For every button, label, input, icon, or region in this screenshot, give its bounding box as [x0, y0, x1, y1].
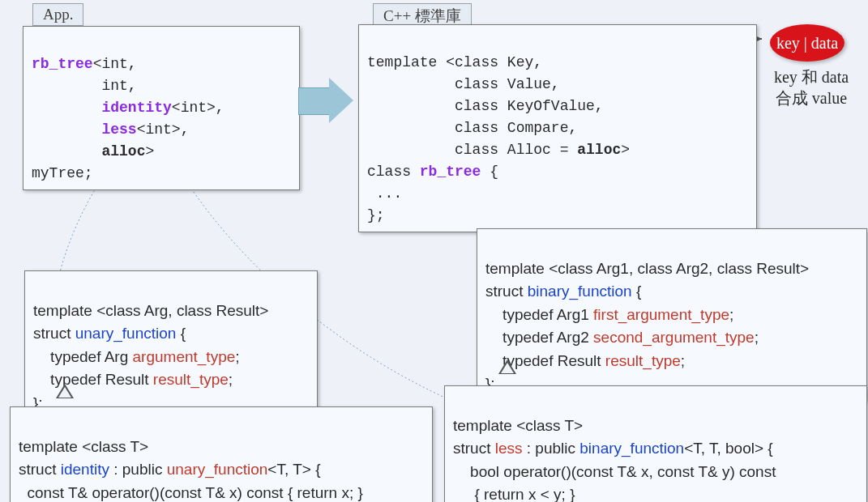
key-data-note: key 和 data合成 value [767, 66, 856, 108]
inherit-triangle-unary [56, 384, 74, 398]
app-code-box: rb_tree<int, int, identity<int>, less<in… [23, 26, 300, 190]
label-app: App. [32, 3, 83, 26]
identity-box: template <class T> struct identity : pub… [10, 406, 433, 502]
key-data-ellipse: key | data [770, 24, 844, 62]
stdlib-code-box: template <class Key, class Value, class … [358, 24, 757, 232]
binary-function-box: template <class Arg1, class Arg2, class … [477, 228, 867, 402]
less-box: template <class T> struct less : public … [444, 385, 867, 502]
inherit-triangle-binary [498, 359, 516, 374]
